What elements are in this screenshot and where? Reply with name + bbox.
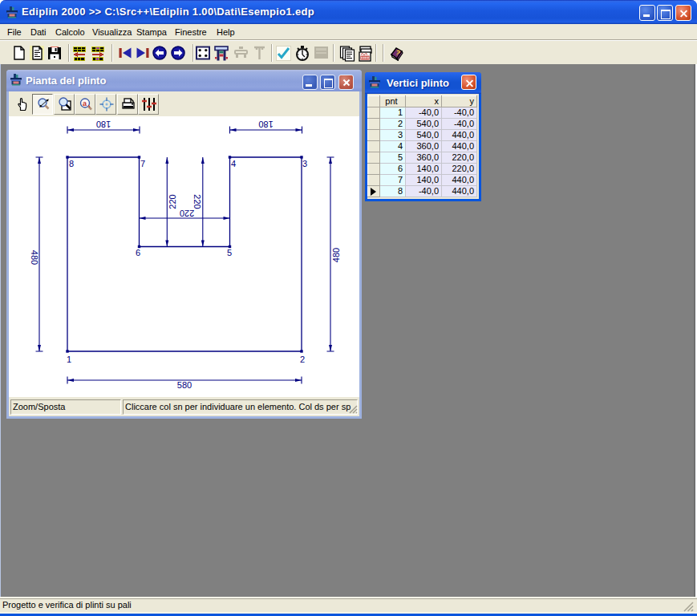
svg-text:4: 4 [231,159,236,168]
svg-text:220: 220 [168,194,177,209]
svg-text:1: 1 [67,355,71,364]
svg-text:6: 6 [136,248,140,257]
svg-text:480: 480 [331,248,341,262]
svg-text:5: 5 [227,248,232,257]
svg-text:3: 3 [302,159,307,168]
svg-text:480: 480 [30,250,39,265]
svg-text:8: 8 [69,159,74,168]
svg-text:220: 220 [180,209,194,218]
svg-text:220: 220 [192,194,202,209]
svg-text:2: 2 [300,355,305,364]
svg-text:580: 580 [177,380,192,390]
svg-text:7: 7 [140,159,145,168]
svg-text:180: 180 [96,120,111,129]
svg-text:180: 180 [258,120,273,129]
